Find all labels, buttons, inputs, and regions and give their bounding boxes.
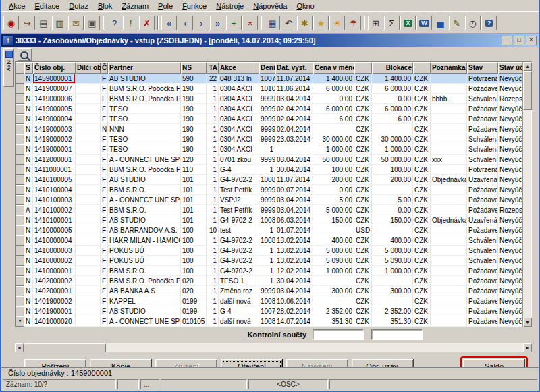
- cell-ns[interactable]: 010105: [181, 316, 207, 327]
- cell-stav[interactable]: Požadavek: [467, 316, 498, 327]
- cell-ta[interactable]: 1: [207, 175, 219, 185]
- cell-m2[interactable]: CZK: [413, 225, 431, 235]
- table-row[interactable]: N1412000001FA - CONNECT UNE SPOL12010701…: [16, 155, 522, 165]
- cell-m2[interactable]: CZK: [413, 246, 431, 256]
- cell-cena[interactable]: 5 090.00: [313, 256, 354, 266]
- cell-datum[interactable]: 03.04.2014: [275, 195, 313, 205]
- cell-s[interactable]: N: [24, 114, 33, 124]
- cell-datum[interactable]: 03.04.2014: [275, 155, 313, 165]
- cell-blokace[interactable]: 50 000.00: [372, 155, 413, 165]
- cell-cena[interactable]: 200.00: [313, 175, 354, 185]
- cell-s[interactable]: N: [24, 306, 33, 316]
- cell-stavuc[interactable]: Nevyúčt: [498, 225, 522, 235]
- menu-item-akce[interactable]: Akce: [4, 1, 30, 11]
- cell-poznamka[interactable]: Objednávka: [431, 175, 467, 185]
- cell-ns[interactable]: 101: [181, 195, 207, 205]
- cell-ta[interactable]: 1: [207, 155, 219, 165]
- cell-stavuc[interactable]: Nevyúčt: [498, 124, 522, 134]
- cell-stav[interactable]: Požadavek: [467, 225, 498, 235]
- cell-partner[interactable]: TESO: [108, 144, 181, 155]
- cell-stavuc[interactable]: Nevyúčt: [498, 114, 522, 124]
- cell-cena[interactable]: 5.00: [313, 195, 354, 205]
- cell-cislo[interactable]: 1410000003: [33, 246, 76, 256]
- cell-partner[interactable]: POKUS BÚ: [108, 246, 181, 256]
- cell-cena[interactable]: 6 000.00: [313, 84, 354, 94]
- cell-ta[interactable]: 1: [207, 104, 219, 114]
- menu-item-zaznam[interactable]: Záznam: [117, 1, 153, 11]
- cell-m2[interactable]: CZK: [413, 114, 431, 124]
- cell-poznamka[interactable]: [431, 144, 467, 155]
- cell-cislo[interactable]: 1419000003: [33, 124, 76, 134]
- cell-blokace[interactable]: [372, 225, 413, 235]
- cell-poznamka[interactable]: [431, 246, 467, 256]
- cell-den[interactable]: 1: [259, 144, 275, 155]
- undo-button[interactable]: ↶: [281, 16, 296, 30]
- cell-cislo[interactable]: 1410000001: [33, 266, 76, 276]
- cell-partner[interactable]: TESO: [108, 104, 181, 114]
- mail-button[interactable]: ✉: [68, 16, 84, 30]
- cell-m1[interactable]: CZK: [354, 215, 372, 225]
- cell-cislo[interactable]: 1402000001: [33, 286, 76, 296]
- cell-ta[interactable]: 1: [207, 124, 219, 134]
- cell-akce[interactable]: G4-9702-2: [219, 175, 259, 185]
- cell-cislo[interactable]: 1401900001: [33, 306, 76, 316]
- cell-m1[interactable]: CZK: [354, 104, 372, 114]
- previous-record-button[interactable]: ‹: [178, 16, 193, 30]
- cell-c[interactable]: F: [101, 185, 108, 195]
- cell-stav[interactable]: Schválená: [467, 94, 498, 104]
- cell-ns[interactable]: 100: [181, 225, 207, 235]
- cell-cislo[interactable]: 1419000006: [33, 94, 76, 104]
- cell-den[interactable]: 9999: [259, 94, 275, 104]
- cell-s[interactable]: N: [24, 185, 33, 195]
- cell-m1[interactable]: CZK: [354, 316, 372, 327]
- cell-s[interactable]: N: [24, 195, 33, 205]
- cell-s[interactable]: N: [24, 84, 33, 94]
- cell-akce[interactable]: G-4: [219, 306, 259, 316]
- cell-cislo[interactable]: 1410000002: [33, 256, 76, 266]
- cell-datum[interactable]: 11.06.2014: [275, 84, 313, 94]
- cell-stavuc[interactable]: Nevyúčt: [498, 306, 522, 316]
- cell-cislo[interactable]: 1410100001: [33, 215, 76, 225]
- navyseni-button[interactable]: Navýšení: [286, 359, 348, 367]
- cell-cena[interactable]: [313, 124, 354, 134]
- cell-m2[interactable]: CZK: [413, 215, 431, 225]
- cell-den[interactable]: 1008: [259, 316, 275, 327]
- cell-cena[interactable]: 400.00: [313, 235, 354, 246]
- control-sum-cena-field[interactable]: [313, 329, 364, 340]
- cell-m2[interactable]: CZK: [413, 296, 431, 306]
- menu-item-funkce[interactable]: Funkce: [178, 1, 211, 11]
- cell-stav[interactable]: Potvrzená: [467, 165, 498, 175]
- cell-dilci[interactable]: [76, 256, 101, 266]
- cell-den[interactable]: 1008: [259, 215, 275, 225]
- cell-stav[interactable]: Požadavek: [467, 195, 498, 205]
- cell-poznamka[interactable]: [431, 276, 467, 286]
- tab-nav[interactable]: Nav: [3, 48, 14, 87]
- cell-datum[interactable]: 03.04.2014: [275, 205, 313, 215]
- cell-poznamka[interactable]: [431, 235, 467, 246]
- cell-ns[interactable]: 190: [181, 94, 207, 104]
- menu-item-editace[interactable]: Editace: [30, 1, 64, 11]
- cell-poznamka[interactable]: [431, 296, 467, 306]
- cell-cena[interactable]: 6.00: [313, 114, 354, 124]
- vertical-scrollbar[interactable]: ▲ ▼: [522, 62, 531, 327]
- cell-cena[interactable]: 1 400.00: [313, 74, 354, 84]
- cell-stavuc[interactable]: Nevyúčt: [498, 286, 522, 296]
- cell-ns[interactable]: 101: [181, 175, 207, 185]
- otevreni-button[interactable]: Otevření: [221, 359, 283, 367]
- cell-ns[interactable]: 101: [181, 185, 207, 195]
- table-row[interactable]: N1410000002FPOKUS BÚ1001G4-9702-2113.02.…: [16, 256, 522, 266]
- cell-ta[interactable]: 1: [207, 286, 219, 296]
- cell-stavuc[interactable]: Nevyúčt: [498, 104, 522, 114]
- cell-akce[interactable]: Test Petřík: [219, 205, 259, 215]
- cell-cena[interactable]: 30 000.00: [313, 134, 354, 144]
- cell-s[interactable]: N: [24, 74, 33, 84]
- cell-cena[interactable]: [313, 276, 354, 286]
- cell-m1[interactable]: CZK: [354, 276, 372, 286]
- cell-m2[interactable]: CZK: [413, 165, 431, 175]
- zruseni-button[interactable]: Zrušení: [155, 359, 217, 367]
- cell-datum[interactable]: 11.07.2014: [275, 74, 313, 84]
- table-row[interactable]: N1419000003NNNN19010304 AKCI999902.04.20…: [16, 124, 522, 134]
- cell-stav[interactable]: Uzavřená: [467, 175, 498, 185]
- cell-blokace[interactable]: 6.00: [372, 114, 413, 124]
- cell-m1[interactable]: CZK: [354, 165, 372, 175]
